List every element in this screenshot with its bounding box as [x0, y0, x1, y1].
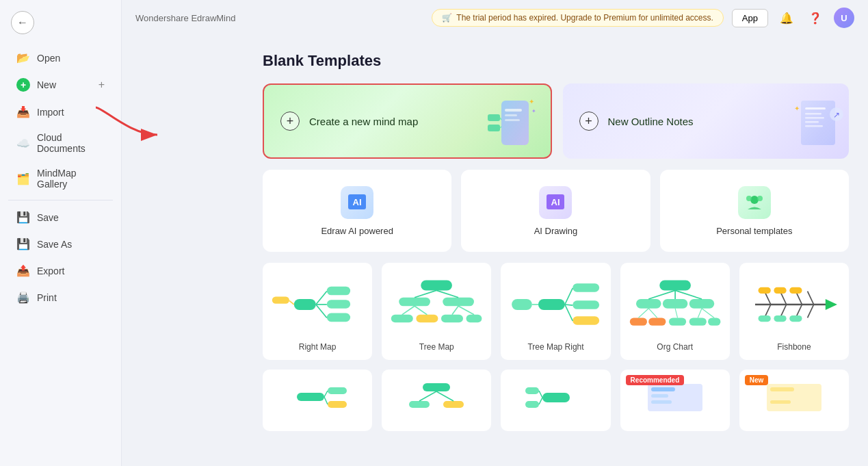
- create-plus-icon: +: [280, 112, 300, 131]
- create-mindmap-card[interactable]: + Create a new mind map: [263, 83, 552, 159]
- sidebar: ← 📂 Open + New + 📥 Import ☁️ Cloud Docum…: [0, 0, 122, 466]
- svg-rect-40: [441, 315, 463, 322]
- svg-text:AI: AI: [353, 197, 362, 207]
- svg-rect-112: [770, 400, 791, 404]
- sidebar-item-cloud[interactable]: ☁️ Cloud Documents: [4, 126, 117, 160]
- svg-rect-108: [651, 400, 672, 404]
- notification-button[interactable]: 🔔: [776, 8, 797, 28]
- svg-rect-97: [443, 401, 464, 408]
- svg-rect-36: [399, 298, 430, 307]
- svg-rect-55: [512, 299, 533, 310]
- cloud-icon: ☁️: [16, 137, 30, 150]
- app-button[interactable]: App: [732, 9, 768, 27]
- outline-notes-card[interactable]: + New Outline Notes: [563, 83, 850, 159]
- bottom-card-3[interactable]: [501, 370, 610, 431]
- back-button[interactable]: ←: [11, 11, 34, 34]
- svg-rect-60: [689, 299, 714, 309]
- org-chart-diagram: [627, 274, 723, 335]
- sidebar-item-open[interactable]: 📂 Open: [4, 45, 117, 70]
- create-mindmap-label: Create a new mind map: [309, 116, 418, 127]
- svg-rect-91: [328, 387, 347, 394]
- svg-line-71: [675, 309, 677, 318]
- tree-map-right-card[interactable]: Tree Map Right: [501, 263, 610, 360]
- svg-rect-101: [525, 387, 539, 394]
- svg-rect-35: [421, 281, 452, 291]
- svg-rect-84: [758, 287, 770, 294]
- svg-rect-59: [662, 299, 687, 309]
- fishbone-diagram: [746, 274, 842, 335]
- ai-drawing-card[interactable]: AI AI Drawing: [461, 170, 650, 252]
- svg-rect-28: [327, 300, 350, 309]
- svg-rect-85: [774, 287, 786, 294]
- svg-line-7: [500, 127, 501, 128]
- svg-line-79: [807, 292, 813, 305]
- svg-line-42: [415, 290, 436, 297]
- sidebar-nav: 📂 Open + New + 📥 Import ☁️ Cloud Documen…: [0, 41, 121, 314]
- right-map-card[interactable]: Right Map: [263, 263, 372, 360]
- ai-powered-card[interactable]: AI Edraw AI powered: [263, 170, 451, 252]
- help-button[interactable]: ❓: [805, 8, 826, 28]
- svg-rect-64: [689, 318, 706, 325]
- svg-point-23: [750, 196, 759, 204]
- ai-drawing-icon: AI: [539, 186, 572, 219]
- new-badge: New: [745, 375, 769, 385]
- bottom-card-2[interactable]: [382, 370, 491, 431]
- sidebar-item-save[interactable]: 💾 Save: [4, 205, 117, 230]
- bottom-card-1[interactable]: [263, 370, 372, 431]
- svg-rect-2: [505, 114, 517, 116]
- svg-line-93: [324, 391, 328, 397]
- sidebar-item-cloud-label: Cloud Documents: [37, 132, 105, 154]
- svg-line-73: [702, 309, 714, 318]
- outline-card-label: New Outline Notes: [608, 116, 694, 127]
- fishbone-card[interactable]: Fishbone: [739, 263, 849, 360]
- svg-line-103: [539, 391, 542, 398]
- org-chart-card[interactable]: Org Chart: [620, 263, 730, 360]
- sidebar-item-saveas[interactable]: 💾 Save As: [4, 231, 117, 257]
- sidebar-item-new-label: New: [37, 79, 56, 90]
- svg-rect-58: [636, 299, 661, 309]
- sidebar-item-print[interactable]: 🖨️ Print: [4, 285, 117, 310]
- svg-line-45: [415, 306, 427, 315]
- sidebar-item-import[interactable]: 📥 Import: [4, 99, 117, 125]
- tree-map-right-label: Tree Map Right: [527, 342, 583, 352]
- topbar-right: 🛒 The trial period has expired. Upgrade …: [432, 8, 854, 28]
- sidebar-item-export[interactable]: 📤 Export: [4, 258, 117, 283]
- svg-rect-29: [327, 313, 350, 322]
- bottom-card-recommended[interactable]: Recommended: [620, 370, 730, 431]
- svg-rect-26: [294, 299, 316, 310]
- svg-line-72: [698, 309, 702, 318]
- tree-map-card[interactable]: Tree Map: [382, 263, 491, 360]
- trial-banner[interactable]: 🛒 The trial period has expired. Upgrade …: [432, 9, 724, 27]
- svg-line-70: [648, 309, 657, 318]
- personal-templates-card[interactable]: Personal templates: [660, 170, 849, 252]
- sidebar-item-gallery-label: MindMap Gallery: [37, 168, 105, 190]
- svg-rect-0: [501, 101, 529, 145]
- personal-icon: [738, 186, 771, 219]
- svg-rect-38: [391, 315, 413, 322]
- export-icon: 📤: [16, 264, 30, 277]
- svg-text:✦: ✦: [529, 98, 534, 105]
- sidebar-item-gallery[interactable]: 🗂️ MindMap Gallery: [4, 161, 117, 196]
- mindmap-illustration: ✦ ✦: [482, 94, 537, 148]
- svg-rect-49: [573, 283, 600, 292]
- svg-rect-15: [805, 125, 823, 127]
- outline-illustration: ↗ ✦: [787, 94, 842, 148]
- sidebar-item-saveas-label: Save As: [37, 239, 72, 250]
- bottom-card-new[interactable]: New: [739, 370, 849, 431]
- svg-line-34: [289, 300, 294, 305]
- outline-plus-icon: +: [579, 112, 599, 131]
- svg-rect-102: [525, 401, 539, 408]
- svg-point-24: [757, 196, 763, 201]
- svg-line-6: [500, 118, 501, 120]
- svg-line-68: [675, 290, 702, 299]
- open-icon: 📂: [16, 51, 30, 64]
- print-icon: 🖨️: [16, 291, 30, 304]
- svg-rect-100: [542, 393, 570, 402]
- svg-line-98: [419, 391, 436, 401]
- topbar: Wondershare EdrawMind 🛒 The trial period…: [122, 0, 868, 36]
- svg-line-54: [565, 305, 573, 321]
- svg-point-25: [746, 196, 752, 201]
- new-add-icon[interactable]: +: [98, 79, 105, 91]
- sidebar-item-new[interactable]: + New +: [4, 72, 117, 98]
- user-avatar[interactable]: U: [834, 8, 854, 28]
